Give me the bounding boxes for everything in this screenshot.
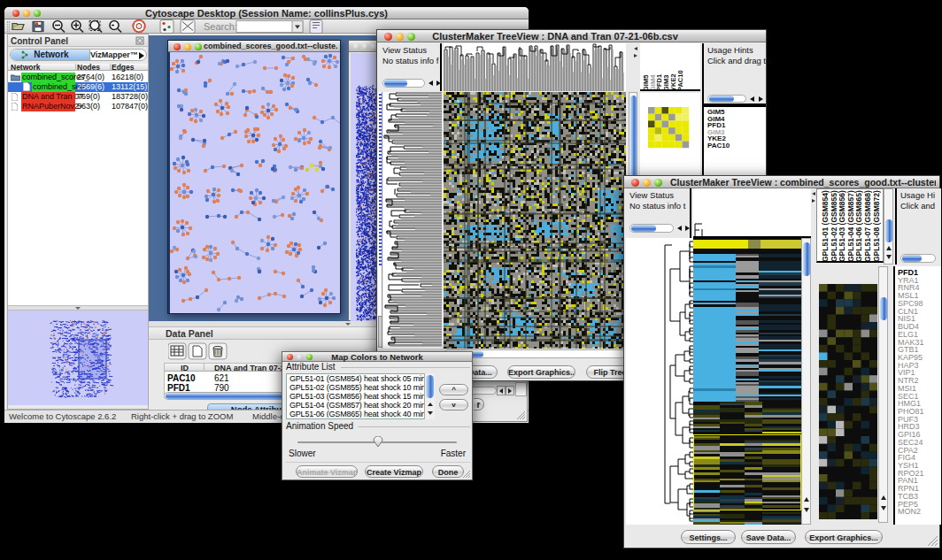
svg-text:Search:: Search: <box>204 21 237 32</box>
